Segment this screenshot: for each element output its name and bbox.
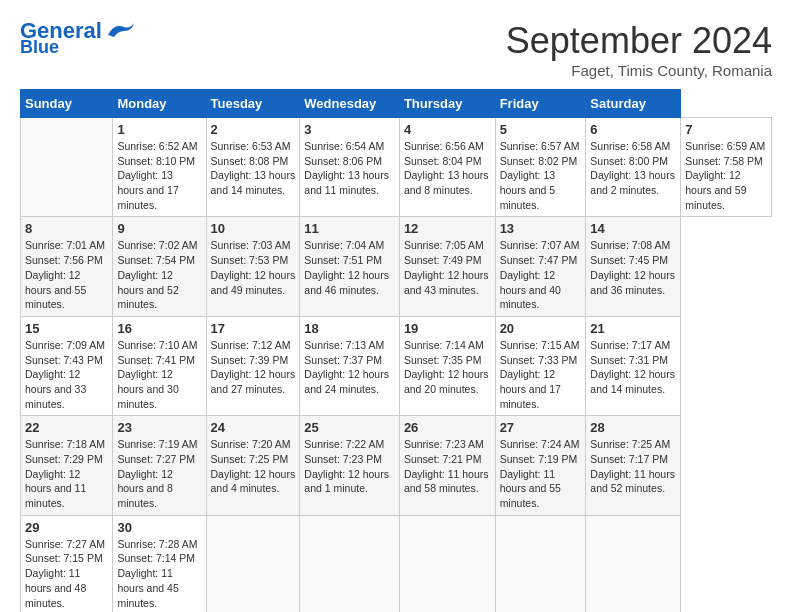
logo-bird-icon <box>104 21 140 41</box>
day-info: Sunrise: 7:19 AMSunset: 7:27 PMDaylight:… <box>117 437 201 510</box>
day-number: 3 <box>304 122 395 137</box>
day-of-week-header: Tuesday <box>206 90 300 118</box>
calendar-week-row: 29Sunrise: 7:27 AMSunset: 7:15 PMDayligh… <box>21 515 772 612</box>
day-info: Sunrise: 7:27 AMSunset: 7:15 PMDaylight:… <box>25 537 108 610</box>
calendar-day-cell: 15Sunrise: 7:09 AMSunset: 7:43 PMDayligh… <box>21 316 113 415</box>
calendar-day-cell: 16Sunrise: 7:10 AMSunset: 7:41 PMDayligh… <box>113 316 206 415</box>
day-number: 9 <box>117 221 201 236</box>
calendar-day-cell: 22Sunrise: 7:18 AMSunset: 7:29 PMDayligh… <box>21 416 113 515</box>
day-info: Sunrise: 7:22 AMSunset: 7:23 PMDaylight:… <box>304 437 395 496</box>
day-info: Sunrise: 7:24 AMSunset: 7:19 PMDaylight:… <box>500 437 582 510</box>
calendar-day-cell <box>21 118 113 217</box>
location-subtitle: Faget, Timis County, Romania <box>506 62 772 79</box>
calendar-day-cell: 5Sunrise: 6:57 AMSunset: 8:02 PMDaylight… <box>495 118 586 217</box>
calendar-day-cell: 6Sunrise: 6:58 AMSunset: 8:00 PMDaylight… <box>586 118 681 217</box>
calendar-body: 1Sunrise: 6:52 AMSunset: 8:10 PMDaylight… <box>21 118 772 613</box>
calendar-day-cell: 11Sunrise: 7:04 AMSunset: 7:51 PMDayligh… <box>300 217 400 316</box>
calendar-day-cell: 7Sunrise: 6:59 AMSunset: 7:58 PMDaylight… <box>681 118 772 217</box>
calendar-table: SundayMondayTuesdayWednesdayThursdayFrid… <box>20 89 772 612</box>
day-number: 21 <box>590 321 676 336</box>
day-info: Sunrise: 6:53 AMSunset: 8:08 PMDaylight:… <box>211 139 296 198</box>
day-of-week-header: Sunday <box>21 90 113 118</box>
day-number: 27 <box>500 420 582 435</box>
day-info: Sunrise: 7:07 AMSunset: 7:47 PMDaylight:… <box>500 238 582 311</box>
day-number: 23 <box>117 420 201 435</box>
calendar-day-cell: 20Sunrise: 7:15 AMSunset: 7:33 PMDayligh… <box>495 316 586 415</box>
calendar-day-cell: 27Sunrise: 7:24 AMSunset: 7:19 PMDayligh… <box>495 416 586 515</box>
day-number: 18 <box>304 321 395 336</box>
day-number: 19 <box>404 321 491 336</box>
calendar-day-cell: 30Sunrise: 7:28 AMSunset: 7:14 PMDayligh… <box>113 515 206 612</box>
day-info: Sunrise: 7:08 AMSunset: 7:45 PMDaylight:… <box>590 238 676 297</box>
day-number: 5 <box>500 122 582 137</box>
calendar-week-row: 22Sunrise: 7:18 AMSunset: 7:29 PMDayligh… <box>21 416 772 515</box>
day-info: Sunrise: 7:04 AMSunset: 7:51 PMDaylight:… <box>304 238 395 297</box>
calendar-day-cell: 25Sunrise: 7:22 AMSunset: 7:23 PMDayligh… <box>300 416 400 515</box>
day-number: 2 <box>211 122 296 137</box>
calendar-day-cell: 26Sunrise: 7:23 AMSunset: 7:21 PMDayligh… <box>399 416 495 515</box>
calendar-day-cell <box>399 515 495 612</box>
day-info: Sunrise: 6:54 AMSunset: 8:06 PMDaylight:… <box>304 139 395 198</box>
day-info: Sunrise: 7:20 AMSunset: 7:25 PMDaylight:… <box>211 437 296 496</box>
day-number: 6 <box>590 122 676 137</box>
calendar-header-row: SundayMondayTuesdayWednesdayThursdayFrid… <box>21 90 772 118</box>
day-info: Sunrise: 6:57 AMSunset: 8:02 PMDaylight:… <box>500 139 582 212</box>
calendar-day-cell: 12Sunrise: 7:05 AMSunset: 7:49 PMDayligh… <box>399 217 495 316</box>
day-info: Sunrise: 7:12 AMSunset: 7:39 PMDaylight:… <box>211 338 296 397</box>
day-of-week-header: Thursday <box>399 90 495 118</box>
calendar-day-cell: 17Sunrise: 7:12 AMSunset: 7:39 PMDayligh… <box>206 316 300 415</box>
calendar-day-cell: 14Sunrise: 7:08 AMSunset: 7:45 PMDayligh… <box>586 217 681 316</box>
calendar-day-cell: 23Sunrise: 7:19 AMSunset: 7:27 PMDayligh… <box>113 416 206 515</box>
day-info: Sunrise: 7:03 AMSunset: 7:53 PMDaylight:… <box>211 238 296 297</box>
day-number: 12 <box>404 221 491 236</box>
calendar-week-row: 1Sunrise: 6:52 AMSunset: 8:10 PMDaylight… <box>21 118 772 217</box>
calendar-day-cell: 19Sunrise: 7:14 AMSunset: 7:35 PMDayligh… <box>399 316 495 415</box>
day-number: 8 <box>25 221 108 236</box>
day-of-week-header: Monday <box>113 90 206 118</box>
day-info: Sunrise: 7:02 AMSunset: 7:54 PMDaylight:… <box>117 238 201 311</box>
day-info: Sunrise: 7:05 AMSunset: 7:49 PMDaylight:… <box>404 238 491 297</box>
day-number: 30 <box>117 520 201 535</box>
day-info: Sunrise: 6:52 AMSunset: 8:10 PMDaylight:… <box>117 139 201 212</box>
day-info: Sunrise: 7:10 AMSunset: 7:41 PMDaylight:… <box>117 338 201 411</box>
day-number: 29 <box>25 520 108 535</box>
day-of-week-header: Wednesday <box>300 90 400 118</box>
day-info: Sunrise: 7:23 AMSunset: 7:21 PMDaylight:… <box>404 437 491 496</box>
calendar-day-cell: 2Sunrise: 6:53 AMSunset: 8:08 PMDaylight… <box>206 118 300 217</box>
day-of-week-header: Saturday <box>586 90 681 118</box>
day-of-week-header: Friday <box>495 90 586 118</box>
month-title: September 2024 <box>506 20 772 62</box>
calendar-day-cell: 10Sunrise: 7:03 AMSunset: 7:53 PMDayligh… <box>206 217 300 316</box>
calendar-day-cell <box>300 515 400 612</box>
day-number: 17 <box>211 321 296 336</box>
day-info: Sunrise: 7:15 AMSunset: 7:33 PMDaylight:… <box>500 338 582 411</box>
calendar-day-cell: 9Sunrise: 7:02 AMSunset: 7:54 PMDaylight… <box>113 217 206 316</box>
day-info: Sunrise: 6:59 AMSunset: 7:58 PMDaylight:… <box>685 139 767 212</box>
day-number: 4 <box>404 122 491 137</box>
calendar-day-cell <box>586 515 681 612</box>
day-number: 16 <box>117 321 201 336</box>
day-number: 14 <box>590 221 676 236</box>
day-number: 13 <box>500 221 582 236</box>
day-info: Sunrise: 7:09 AMSunset: 7:43 PMDaylight:… <box>25 338 108 411</box>
calendar-day-cell: 4Sunrise: 6:56 AMSunset: 8:04 PMDaylight… <box>399 118 495 217</box>
title-area: September 2024 Faget, Timis County, Roma… <box>506 20 772 79</box>
day-number: 1 <box>117 122 201 137</box>
day-info: Sunrise: 6:58 AMSunset: 8:00 PMDaylight:… <box>590 139 676 198</box>
logo-blue-text: Blue <box>20 38 59 56</box>
day-info: Sunrise: 7:17 AMSunset: 7:31 PMDaylight:… <box>590 338 676 397</box>
calendar-day-cell <box>495 515 586 612</box>
calendar-day-cell: 18Sunrise: 7:13 AMSunset: 7:37 PMDayligh… <box>300 316 400 415</box>
calendar-week-row: 15Sunrise: 7:09 AMSunset: 7:43 PMDayligh… <box>21 316 772 415</box>
calendar-day-cell: 24Sunrise: 7:20 AMSunset: 7:25 PMDayligh… <box>206 416 300 515</box>
day-number: 26 <box>404 420 491 435</box>
calendar-day-cell: 8Sunrise: 7:01 AMSunset: 7:56 PMDaylight… <box>21 217 113 316</box>
day-number: 25 <box>304 420 395 435</box>
day-number: 24 <box>211 420 296 435</box>
logo: General Blue <box>20 20 140 56</box>
day-number: 7 <box>685 122 767 137</box>
calendar-week-row: 8Sunrise: 7:01 AMSunset: 7:56 PMDaylight… <box>21 217 772 316</box>
calendar-day-cell: 1Sunrise: 6:52 AMSunset: 8:10 PMDaylight… <box>113 118 206 217</box>
day-number: 20 <box>500 321 582 336</box>
day-info: Sunrise: 7:14 AMSunset: 7:35 PMDaylight:… <box>404 338 491 397</box>
